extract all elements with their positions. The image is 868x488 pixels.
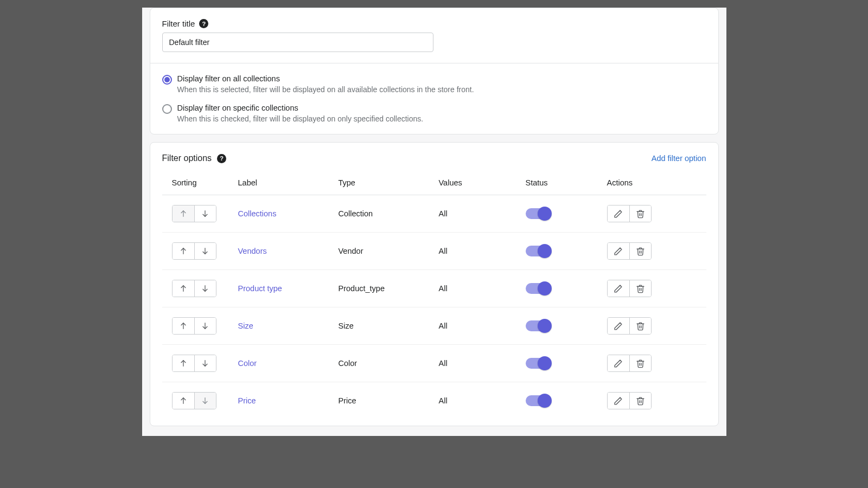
- edit-button[interactable]: [608, 393, 629, 409]
- edit-button[interactable]: [608, 318, 629, 334]
- filter-option-values: All: [439, 247, 448, 255]
- status-toggle[interactable]: [526, 395, 551, 406]
- display-scope-radio[interactable]: [162, 75, 172, 85]
- col-status: Status: [526, 173, 607, 195]
- sort-down-button[interactable]: [194, 206, 216, 222]
- edit-button[interactable]: [608, 243, 629, 259]
- sort-up-button[interactable]: [173, 355, 194, 371]
- status-toggle[interactable]: [526, 208, 551, 219]
- sort-up-button[interactable]: [173, 318, 194, 334]
- sort-up-button: [173, 206, 194, 222]
- arrow-down-icon: [201, 209, 209, 218]
- filter-option-label-link[interactable]: Color: [238, 359, 257, 368]
- filter-option-type: Price: [339, 396, 356, 405]
- filter-option-label-link[interactable]: Product type: [238, 284, 282, 293]
- delete-button[interactable]: [629, 393, 651, 409]
- filter-option-values: All: [439, 322, 448, 330]
- filter-option-type: Size: [339, 322, 354, 330]
- table-row: Size Size All: [162, 307, 706, 345]
- pencil-icon: [614, 359, 623, 368]
- arrow-down-icon: [201, 247, 209, 255]
- trash-icon: [636, 209, 645, 219]
- pencil-icon: [614, 247, 623, 256]
- arrow-down-icon: [201, 322, 209, 330]
- sort-down-button[interactable]: [194, 318, 216, 334]
- sort-up-button[interactable]: [173, 393, 194, 409]
- pencil-icon: [614, 209, 623, 219]
- radio-subtitle: When this is checked, filter will be dis…: [177, 114, 424, 123]
- filter-option-type: Vendor: [339, 247, 363, 255]
- pencil-icon: [614, 396, 623, 406]
- sort-up-button[interactable]: [173, 243, 194, 259]
- arrow-up-icon: [179, 322, 188, 330]
- table-row: Price Price All: [162, 382, 706, 420]
- help-icon[interactable]: ?: [199, 19, 208, 28]
- sort-up-button[interactable]: [173, 280, 194, 297]
- status-toggle[interactable]: [526, 320, 551, 331]
- edit-button[interactable]: [608, 355, 629, 371]
- display-scope-radio[interactable]: [162, 104, 172, 114]
- table-row: Product type Product_type All: [162, 270, 706, 307]
- delete-button[interactable]: [629, 318, 651, 334]
- sort-down-button[interactable]: [194, 243, 216, 259]
- filter-settings-card: Filter title ? Display filter on all col…: [150, 8, 719, 134]
- filter-title-label: Filter title: [162, 19, 195, 28]
- table-row: Color Color All: [162, 345, 706, 382]
- filter-option-label-link[interactable]: Collections: [238, 209, 277, 218]
- help-icon[interactable]: ?: [217, 154, 226, 163]
- filter-option-label-link[interactable]: Price: [238, 396, 256, 405]
- col-values: Values: [439, 173, 526, 195]
- arrow-up-icon: [179, 359, 188, 368]
- delete-button[interactable]: [629, 206, 651, 222]
- filter-options-heading: Filter options: [162, 153, 212, 163]
- trash-icon: [636, 396, 645, 406]
- radio-title: Display filter on all collections: [177, 74, 474, 83]
- filter-option-values: All: [439, 396, 448, 405]
- arrow-down-icon: [201, 396, 209, 405]
- status-toggle[interactable]: [526, 246, 551, 256]
- col-label: Label: [238, 173, 339, 195]
- filter-option-label-link[interactable]: Size: [238, 322, 253, 330]
- col-actions: Actions: [607, 173, 706, 195]
- filter-option-type: Color: [339, 359, 358, 368]
- trash-icon: [636, 247, 645, 256]
- radio-title: Display filter on specific collections: [177, 104, 424, 112]
- pencil-icon: [614, 322, 623, 331]
- radio-subtitle: When this is selected, filter will be di…: [177, 85, 474, 94]
- edit-button[interactable]: [608, 280, 629, 297]
- table-row: Collections Collection All: [162, 195, 706, 233]
- filter-option-values: All: [439, 209, 448, 218]
- edit-button[interactable]: [608, 206, 629, 222]
- arrow-up-icon: [179, 396, 188, 405]
- arrow-up-icon: [179, 284, 188, 293]
- filter-option-type: Product_type: [339, 284, 385, 293]
- arrow-up-icon: [179, 209, 188, 218]
- table-row: Vendors Vendor All: [162, 233, 706, 270]
- pencil-icon: [614, 284, 623, 293]
- sort-down-button[interactable]: [194, 280, 216, 297]
- filter-options-table: Sorting Label Type Values Status Actions…: [162, 173, 706, 419]
- sort-down-button[interactable]: [194, 355, 216, 371]
- filter-option-values: All: [439, 359, 448, 368]
- arrow-down-icon: [201, 284, 209, 293]
- trash-icon: [636, 359, 645, 368]
- status-toggle[interactable]: [526, 358, 551, 369]
- delete-button[interactable]: [629, 280, 651, 297]
- filter-option-values: All: [439, 284, 448, 293]
- status-toggle[interactable]: [526, 283, 551, 294]
- trash-icon: [636, 284, 645, 293]
- col-sorting: Sorting: [162, 173, 238, 195]
- col-type: Type: [339, 173, 439, 195]
- filter-options-card: Filter options ? Add filter option Sorti…: [150, 142, 719, 426]
- trash-icon: [636, 322, 645, 331]
- delete-button[interactable]: [629, 355, 651, 371]
- arrow-down-icon: [201, 359, 209, 368]
- delete-button[interactable]: [629, 243, 651, 259]
- filter-option-type: Collection: [339, 209, 373, 218]
- arrow-up-icon: [179, 247, 188, 255]
- add-filter-option-link[interactable]: Add filter option: [652, 154, 706, 163]
- filter-title-input[interactable]: [162, 33, 433, 52]
- filter-option-label-link[interactable]: Vendors: [238, 247, 267, 255]
- sort-down-button: [194, 393, 216, 409]
